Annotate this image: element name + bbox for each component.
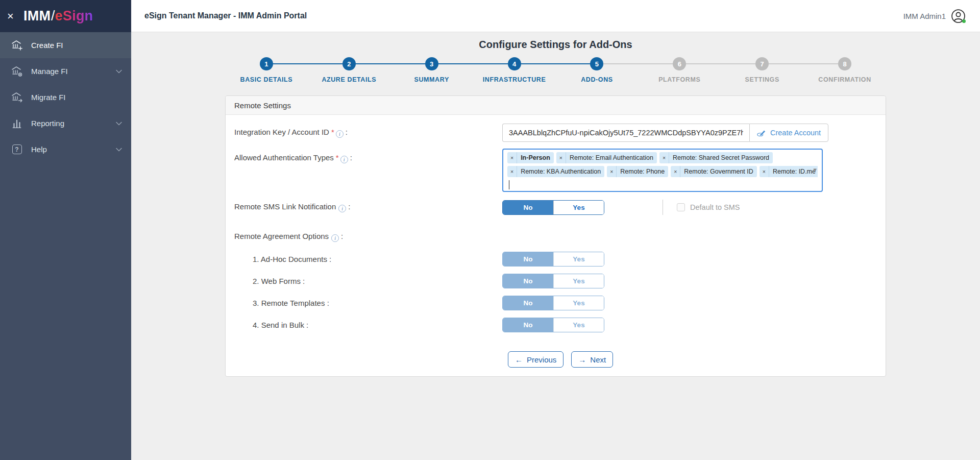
- tag-remove-icon[interactable]: ×: [507, 166, 517, 177]
- page-title: Configure Settings for Add-Ons: [225, 32, 886, 51]
- required-marker: *: [331, 128, 334, 136]
- toggle-no[interactable]: No: [503, 318, 553, 332]
- topbar: eSign Tenant Manager - IMM Admin Portal …: [131, 0, 980, 32]
- sidebar-item-label: Create FI: [31, 41, 122, 50]
- tag-remove-icon[interactable]: ×: [659, 152, 669, 163]
- step-label: AZURE DETAILS: [308, 76, 390, 83]
- user-menu: IMM Admin1: [903, 9, 966, 23]
- label-colon: :: [341, 232, 343, 240]
- step-circle: 8: [838, 57, 851, 70]
- tag-remove-icon[interactable]: ×: [556, 152, 566, 163]
- sidebar-item-label: Migrate FI: [31, 93, 122, 102]
- online-status-dot: [962, 19, 966, 23]
- step-summary: 3 SUMMARY: [390, 57, 473, 83]
- toggle-no[interactable]: No: [503, 252, 553, 266]
- info-icon[interactable]: i: [336, 130, 344, 138]
- step-circle[interactable]: 2: [342, 57, 356, 70]
- toggle-yes[interactable]: Yes: [553, 252, 604, 266]
- step-circle[interactable]: 4: [508, 57, 521, 70]
- main-area: eSign Tenant Manager - IMM Admin Portal …: [131, 0, 980, 460]
- toggle-no[interactable]: No: [503, 296, 553, 310]
- sidebar-item-manage-fi[interactable]: Manage FI: [0, 58, 131, 84]
- auth-type-tag: ×In-Person: [507, 152, 554, 163]
- page-content: Configure Settings for Add-Ons 1 BASIC D…: [131, 32, 980, 460]
- auth-types-multiselect[interactable]: ×In-Person ×Remote: Email Authentication…: [502, 149, 823, 192]
- step-circle[interactable]: 3: [425, 57, 438, 70]
- ad-hoc-documents-label: 1. Ad-Hoc Documents :: [234, 255, 502, 263]
- sms-notification-toggle: No Yes: [502, 200, 604, 215]
- sidebar-item-migrate-fi[interactable]: Migrate FI: [0, 84, 131, 110]
- tag-label: Remote: ID.me: [769, 168, 818, 175]
- sidebar-item-help[interactable]: ? Help: [0, 136, 131, 162]
- tag-remove-icon[interactable]: ×: [607, 166, 617, 177]
- integration-key-row: Integration Key / Account ID*i:: [234, 124, 877, 142]
- app-root: × IMM/eSign Create FI: [0, 0, 980, 460]
- bank-gear-icon: [10, 65, 23, 78]
- step-circle: 6: [673, 57, 686, 70]
- previous-button[interactable]: ← Previous: [508, 351, 564, 368]
- step-infrastructure: 4 INFRASTRUCTURE: [473, 57, 556, 83]
- next-button[interactable]: → Next: [571, 351, 613, 368]
- create-account-button[interactable]: Create Account: [749, 124, 828, 142]
- web-forms-toggle: No Yes: [502, 274, 604, 288]
- sms-notification-label: Remote SMS Link Notificationi:: [234, 202, 502, 212]
- ad-hoc-documents-row: 1. Ad-Hoc Documents : No Yes: [234, 252, 877, 267]
- info-icon[interactable]: i: [338, 205, 346, 212]
- default-to-sms-group: Default to SMS: [663, 200, 740, 215]
- step-circle[interactable]: 5: [590, 57, 603, 70]
- tag-row: ×In-Person ×Remote: Email Authentication…: [507, 152, 818, 163]
- info-icon[interactable]: i: [340, 156, 348, 163]
- auth-types-label: Allowed Authentication Types*i:: [234, 149, 502, 163]
- tag-label: In-Person: [517, 154, 554, 161]
- label-text: Remote SMS Link Notification: [234, 202, 336, 211]
- tag-remove-icon[interactable]: ×: [760, 166, 769, 177]
- logo-esign: eSign: [55, 8, 93, 23]
- sms-toggle-no[interactable]: No: [503, 201, 553, 214]
- sms-notification-row: Remote SMS Link Notificationi: No Yes De…: [234, 200, 877, 215]
- toggle-no[interactable]: No: [503, 274, 553, 288]
- sidebar-close-icon[interactable]: ×: [7, 11, 23, 22]
- label-colon: :: [350, 153, 352, 162]
- logo-slash: /: [51, 8, 55, 23]
- remote-templates-row: 3. Remote Templates : No Yes: [234, 296, 877, 310]
- tag-row: ×Remote: KBA Authentication ×Remote: Pho…: [507, 166, 818, 177]
- integration-key-group: Create Account: [502, 124, 828, 142]
- label-text: Integration Key / Account ID: [234, 128, 329, 136]
- default-to-sms-checkbox[interactable]: [677, 203, 685, 211]
- toggle-yes[interactable]: Yes: [553, 296, 604, 310]
- text-caret: [509, 180, 509, 189]
- label-colon: :: [348, 202, 350, 211]
- sms-toggle-yes[interactable]: Yes: [553, 201, 604, 214]
- agreement-options-label: Remote Agreement Optionsi:: [234, 232, 502, 242]
- logo-imm: IMM: [23, 8, 51, 23]
- select-chevron-down-icon[interactable]: ▾: [813, 166, 817, 173]
- help-icon: ?: [10, 143, 23, 156]
- step-platforms: 6 PLATFORMS: [638, 57, 721, 83]
- tag-remove-icon[interactable]: ×: [671, 166, 680, 177]
- tag-remove-icon[interactable]: ×: [507, 152, 517, 163]
- label-colon: :: [346, 128, 348, 136]
- vertical-divider: [663, 200, 663, 215]
- sidebar-item-label: Help: [31, 145, 116, 154]
- user-avatar-icon[interactable]: [951, 9, 966, 23]
- agreement-options-row: Remote Agreement Optionsi:: [234, 232, 877, 242]
- integration-key-input[interactable]: [502, 124, 749, 142]
- bar-chart-icon: [10, 117, 23, 130]
- auth-type-tag: ×Remote: KBA Authentication: [507, 166, 604, 177]
- wizard-stepper: 1 BASIC DETAILS 2 AZURE DETAILS 3 SUMMAR…: [225, 57, 886, 83]
- sidebar-item-reporting[interactable]: Reporting: [0, 110, 131, 136]
- step-settings: 7 SETTINGS: [721, 57, 803, 83]
- toggle-yes[interactable]: Yes: [553, 318, 604, 332]
- bank-plus-icon: [10, 39, 23, 52]
- chevron-down-icon: [116, 122, 122, 126]
- sidebar-item-create-fi[interactable]: Create FI: [0, 32, 131, 58]
- web-forms-row: 2. Web Forms : No Yes: [234, 274, 877, 288]
- remote-templates-toggle: No Yes: [502, 296, 604, 310]
- sidebar-logo-bar: × IMM/eSign: [0, 0, 131, 32]
- auth-type-tag: ×Remote: Shared Secret Password: [659, 152, 773, 163]
- info-icon[interactable]: i: [331, 234, 339, 242]
- send-in-bulk-row: 4. Send in Bulk : No Yes: [234, 318, 877, 332]
- label-text: Allowed Authentication Types: [234, 153, 334, 162]
- step-circle[interactable]: 1: [260, 57, 273, 70]
- toggle-yes[interactable]: Yes: [553, 274, 604, 288]
